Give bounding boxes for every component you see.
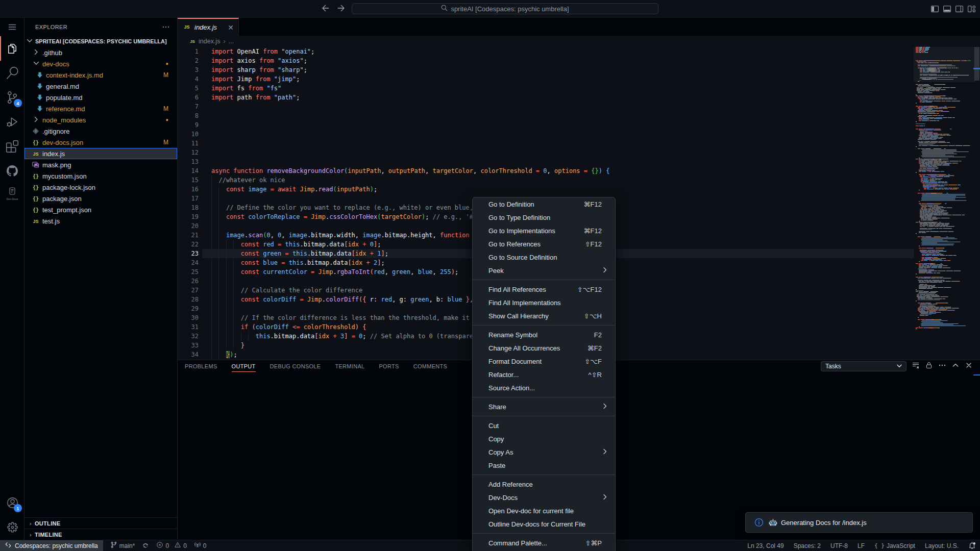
menu-item-source-action[interactable]: Source Action...: [473, 381, 615, 394]
tree-item-test-prompt-json[interactable]: {}test_prompt.json: [24, 204, 177, 215]
activitybar-source-control[interactable]: 4: [0, 85, 24, 110]
ports-item[interactable]: 0: [194, 541, 207, 550]
activitybar-menu[interactable]: [0, 18, 24, 36]
close-panel-icon[interactable]: [965, 361, 973, 371]
menu-item-copy-as[interactable]: Copy As: [473, 445, 615, 459]
tree-item-general-md[interactable]: general.md: [24, 81, 177, 92]
notification-toast[interactable]: Generating Docs for /index.js: [745, 512, 973, 533]
activitybar-run-debug[interactable]: [0, 110, 24, 134]
menu-item-go-to-definition[interactable]: Go to Definition⌘F12: [473, 197, 615, 211]
menu-item-refactor[interactable]: Refactor...^⇧R: [473, 368, 615, 381]
customize-layout-icon[interactable]: [967, 5, 976, 13]
minimap[interactable]: [916, 47, 972, 331]
panel-tab-comments[interactable]: COMMENTS: [413, 360, 448, 372]
breadcrumb-symbol[interactable]: ...: [229, 38, 234, 45]
tree-label: reference.md: [46, 105, 85, 113]
menu-item-peek[interactable]: Peek: [473, 264, 615, 277]
command-center-search[interactable]: spriteAI [Codespaces: psychic umbrella]: [352, 3, 658, 14]
panel-tab-problems[interactable]: PROBLEMS: [185, 360, 217, 372]
git-modified-dot: ●: [166, 117, 168, 122]
maximize-panel-icon[interactable]: [951, 361, 960, 371]
menu-item-go-to-implementations[interactable]: Go to Implementations⌘F12: [473, 224, 615, 237]
code-line-13: 13: [178, 157, 980, 166]
status-eol[interactable]: LF: [857, 542, 865, 549]
panel-tab-terminal[interactable]: TERMINAL: [335, 360, 364, 372]
activitybar-extensions[interactable]: [0, 134, 24, 159]
panel-tab-debug-console[interactable]: DEBUG CONSOLE: [270, 360, 321, 372]
breadcrumb-file[interactable]: index.js: [199, 38, 220, 45]
outline-section[interactable]: ›OUTLINE: [24, 517, 177, 529]
status-indentation[interactable]: Spaces: 2: [794, 542, 821, 549]
activitybar-settings[interactable]: [0, 515, 24, 539]
tree-item-dev-docs[interactable]: dev-docs●: [24, 58, 177, 69]
line-number: 19: [178, 212, 199, 221]
menu-separator: [473, 325, 615, 325]
tree-item-mask-png[interactable]: mask.png: [24, 159, 177, 170]
menu-item-rename-symbol[interactable]: Rename SymbolF2: [473, 328, 615, 341]
indent-guide: [226, 304, 227, 313]
menu-item-paste[interactable]: Paste: [473, 459, 615, 472]
clear-output-icon[interactable]: [912, 361, 920, 371]
remote-indicator[interactable]: Codespaces: psychic umbrella: [0, 540, 103, 551]
menu-item-format-document[interactable]: Format Document⇧⌥F: [473, 355, 615, 368]
toggle-secondary-sidebar-icon[interactable]: [955, 5, 964, 13]
breadcrumb[interactable]: JS index.js › ...: [178, 36, 980, 47]
activitybar-accounts[interactable]: 1: [0, 490, 24, 515]
timeline-section[interactable]: ›TIMELINE: [24, 529, 177, 540]
status-language-mode[interactable]: { }JavaScript: [874, 542, 915, 549]
toggle-panel-icon[interactable]: [943, 5, 951, 13]
panel-tab-output[interactable]: OUTPUT: [232, 360, 256, 372]
nav-back-icon[interactable]: [322, 4, 330, 14]
activitybar-github[interactable]: [0, 159, 24, 183]
tree-item-index-js[interactable]: JSindex.js: [24, 148, 177, 159]
menu-item-outline-dev-docs-for-current-file[interactable]: Outline Dev-docs for Current File: [473, 517, 615, 531]
menu-item-go-to-references[interactable]: Go to References⇧F12: [473, 237, 615, 251]
menu-item-go-to-type-definition[interactable]: Go to Type Definition: [473, 211, 615, 224]
tab-close-icon[interactable]: ✕: [228, 23, 234, 32]
tree-item-reference-md[interactable]: reference.mdM: [24, 103, 177, 114]
tree-item-dev-docs-json[interactable]: {}dev-docs.jsonM: [24, 137, 177, 148]
panel-tab-ports[interactable]: PORTS: [379, 360, 399, 372]
tree-item-mycustom-json[interactable]: {}mycustom.json: [24, 170, 177, 182]
menu-item-command-palette[interactable]: Command Palette...⇧⌘P: [473, 536, 615, 549]
menu-item-cut[interactable]: Cut: [473, 419, 615, 432]
scrollbar-thumb[interactable]: [974, 47, 979, 81]
status-notifications-bell[interactable]: [968, 542, 976, 549]
tree-item-context-index-js-md[interactable]: context-index.js.mdM: [24, 69, 177, 81]
activitybar-dev-docs[interactable]: Dev-Docs: [0, 182, 24, 207]
problems-item[interactable]: 0 0: [156, 541, 186, 550]
tree-item-package-json[interactable]: {}package.json: [24, 193, 177, 204]
tree-item--gitignore[interactable]: .gitignore: [24, 126, 177, 137]
lock-icon[interactable]: [925, 361, 933, 371]
toggle-sidebar-icon[interactable]: [930, 5, 939, 13]
activitybar-explorer[interactable]: [0, 36, 24, 61]
menu-item-go-to-source-definition[interactable]: Go to Source Definition: [473, 251, 615, 264]
tree-item-populate-md[interactable]: populate.md: [24, 92, 177, 103]
more-actions-icon[interactable]: [938, 361, 946, 371]
menu-item-find-all-implementations[interactable]: Find All Implementations: [473, 296, 615, 309]
menu-item-add-reference[interactable]: Add Reference: [473, 478, 615, 491]
sync-icon[interactable]: [142, 542, 149, 549]
tree-item-node-modules[interactable]: node_modules●: [24, 114, 177, 126]
tree-item-package-lock-json[interactable]: {}package-lock.json: [24, 182, 177, 193]
tab-index-js[interactable]: JS index.js ✕: [178, 18, 239, 36]
menu-item-open-dev-doc-for-current-file[interactable]: Open Dev-doc for current file: [473, 504, 615, 517]
tree-item-test-js[interactable]: JStest.js: [24, 215, 177, 227]
menu-item-show-call-hierarchy[interactable]: Show Call Hierarchy⇧⌥H: [473, 309, 615, 322]
menu-item-label: Go to Implementations: [488, 227, 555, 235]
git-branch-item[interactable]: main*: [110, 541, 135, 550]
activitybar-search[interactable]: [0, 61, 24, 85]
status-encoding[interactable]: UTF-8: [830, 542, 848, 549]
menu-item-find-all-references[interactable]: Find All References⇧⌥F12: [473, 283, 615, 296]
output-channel-select[interactable]: Tasks: [821, 361, 906, 371]
tree-root[interactable]: SPRITEAI [CODESPACES: PSYCHIC UMBRELLA]: [24, 36, 177, 47]
status-keyboard-layout[interactable]: Layout: U.S.: [925, 542, 959, 549]
tree-item--github[interactable]: .github: [24, 47, 177, 58]
status-cursor-position[interactable]: Ln 23, Col 49: [747, 542, 783, 549]
nav-forward-icon[interactable]: [337, 4, 345, 14]
menu-item-change-all-occurrences[interactable]: Change All Occurrences⌘F2: [473, 341, 615, 355]
menu-item-dev-docs[interactable]: Dev-Docs: [473, 491, 615, 504]
menu-item-copy[interactable]: Copy: [473, 432, 615, 445]
explorer-more-actions-icon[interactable]: [162, 18, 170, 36]
menu-item-share[interactable]: Share: [473, 400, 615, 413]
